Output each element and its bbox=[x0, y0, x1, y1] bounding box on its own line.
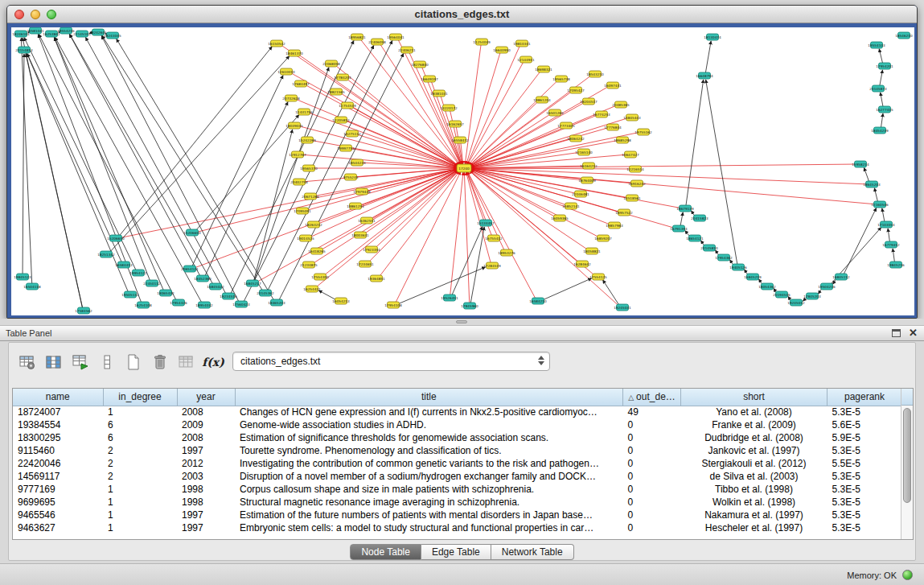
graph-node[interactable]: 19564041 bbox=[387, 34, 405, 40]
table-cell[interactable]: 2 bbox=[103, 444, 177, 457]
graph-node[interactable]: 18381031 bbox=[430, 90, 448, 97]
graph-node[interactable]: 10647427 bbox=[622, 151, 639, 158]
graph-edge[interactable] bbox=[706, 80, 737, 264]
graph-node[interactable]: 18544234 bbox=[348, 159, 366, 166]
graph-node[interactable]: 17954201 bbox=[876, 63, 893, 69]
table-cell[interactable]: 1 bbox=[103, 521, 177, 534]
graph-node[interactable]: 15134457 bbox=[477, 220, 495, 226]
graph-node[interactable]: 19861254 bbox=[347, 203, 364, 209]
graph-node[interactable]: 16845217 bbox=[244, 280, 261, 286]
graph-node[interactable]: 18058821 bbox=[583, 248, 601, 254]
graph-node[interactable]: 22406058 bbox=[368, 39, 386, 45]
graph-edge[interactable] bbox=[467, 171, 535, 298]
graph-edge[interactable] bbox=[470, 103, 584, 167]
graph-node[interactable]: 15242269 bbox=[298, 137, 316, 143]
table-cell[interactable]: 1 bbox=[103, 483, 177, 496]
graph-node[interactable]: 18954032 bbox=[195, 302, 213, 308]
graph-node[interactable]: 19845216 bbox=[887, 262, 905, 268]
table-row[interactable]: 1938455462009Genome-wide association stu… bbox=[13, 418, 902, 431]
table-cell[interactable]: 9463627 bbox=[13, 521, 103, 534]
graph-node[interactable]: 19997753 bbox=[337, 145, 355, 151]
table-cell[interactable]: 0 bbox=[623, 470, 681, 483]
graph-edge[interactable] bbox=[314, 171, 458, 263]
graph-node[interactable]: 16150542 bbox=[268, 40, 285, 47]
graph-node[interactable]: 16054213 bbox=[332, 298, 350, 304]
table-cell[interactable]: 1 bbox=[103, 509, 177, 521]
graph-node[interactable]: 19565370 bbox=[300, 165, 318, 171]
graph-node[interactable]: 16059365 bbox=[551, 215, 569, 221]
table-cell[interactable]: Stergiakouli et al. (2012) bbox=[681, 457, 827, 470]
graph-node[interactable]: 19554103 bbox=[868, 42, 885, 48]
table-cell[interactable]: Structural magnetic resonance image aver… bbox=[235, 496, 623, 509]
graph-node[interactable]: 18454239 bbox=[871, 127, 889, 134]
graph-node[interactable]: 15206650 bbox=[107, 235, 125, 241]
column-header-title[interactable]: title bbox=[235, 389, 623, 406]
delete-icon[interactable] bbox=[148, 351, 172, 373]
graph-node[interactable]: 18039035 bbox=[285, 122, 303, 129]
table-cell[interactable]: 1997 bbox=[177, 444, 235, 457]
table-cell[interactable]: Dudbridge et al. (2008) bbox=[681, 431, 827, 444]
graph-node[interactable]: 19954121 bbox=[129, 270, 147, 276]
graph-node[interactable]: 16845022 bbox=[207, 283, 224, 290]
graph-edge[interactable] bbox=[341, 93, 458, 166]
graph-node[interactable]: 16640950 bbox=[493, 47, 511, 53]
graph-node[interactable]: 17923354 bbox=[363, 246, 380, 253]
graph-node[interactable]: 17554125 bbox=[589, 274, 607, 280]
graph-node[interactable]: 19245012 bbox=[787, 299, 805, 306]
graph-node[interactable]: 16755412 bbox=[485, 235, 503, 241]
table-cell[interactable]: 0 bbox=[623, 431, 681, 444]
graph-edge[interactable] bbox=[335, 65, 458, 165]
table-cell[interactable]: 5.3E-5 bbox=[827, 470, 902, 483]
table-cell[interactable]: 0 bbox=[623, 521, 681, 534]
graph-node[interactable]: 17684497 bbox=[292, 80, 310, 87]
graph-node[interactable]: 22406211 bbox=[398, 47, 416, 53]
table-cell[interactable]: 5.3E-5 bbox=[827, 521, 902, 534]
graph-edge[interactable] bbox=[467, 62, 523, 164]
graph-node[interactable]: 16501265 bbox=[546, 109, 564, 116]
graph-node[interactable]: 16791394 bbox=[670, 225, 688, 232]
table-cell[interactable]: Franke et al. (2009) bbox=[681, 418, 827, 431]
memory-status-indicator[interactable] bbox=[902, 570, 913, 580]
table-selector-combobox[interactable]: citations_edges.txt bbox=[232, 352, 550, 371]
graph-edge[interactable] bbox=[450, 172, 463, 295]
graph-edge[interactable] bbox=[254, 130, 293, 280]
table-cell[interactable]: 2008 bbox=[177, 431, 235, 444]
graph-edge[interactable] bbox=[110, 56, 290, 252]
graph-node[interactable]: 16558472 bbox=[451, 137, 469, 143]
graph-edge[interactable] bbox=[26, 54, 82, 307]
graph-node[interactable]: 19504216 bbox=[818, 283, 836, 290]
graph-node[interactable]: 17954326 bbox=[170, 299, 187, 306]
graph-edge[interactable] bbox=[471, 164, 855, 168]
graph-node[interactable]: 18957522 bbox=[615, 209, 633, 216]
graph-node[interactable]: 13220172 bbox=[440, 105, 458, 111]
table-cell[interactable]: Genome-wide association studies in ADHD. bbox=[235, 418, 623, 431]
graph-node[interactable]: 22046481 bbox=[572, 191, 589, 197]
graph-edge[interactable] bbox=[880, 70, 883, 85]
graph-node[interactable]: 19234516 bbox=[220, 293, 237, 299]
graph-node[interactable]: 20402758 bbox=[290, 179, 308, 185]
graph-node[interactable]: 17284519 bbox=[483, 262, 501, 269]
table-cell[interactable]: 0 bbox=[623, 483, 681, 496]
table-cell[interactable]: 14569117 bbox=[13, 470, 103, 483]
table-cell[interactable]: 0 bbox=[623, 444, 681, 457]
graph-node[interactable]: 18953276 bbox=[498, 249, 515, 256]
graph-edge[interactable] bbox=[686, 80, 704, 205]
table-cell[interactable]: 0 bbox=[623, 418, 681, 431]
table-cell[interactable]: 1998 bbox=[177, 496, 235, 509]
graph-node[interactable]: 16254421 bbox=[303, 286, 321, 292]
import-table-icon[interactable] bbox=[175, 351, 199, 373]
graph-edge[interactable] bbox=[467, 47, 519, 165]
graph-edge[interactable] bbox=[465, 45, 481, 164]
graph-edge[interactable] bbox=[471, 133, 638, 167]
table-cell[interactable]: Disruption of a novel member of a sodium… bbox=[235, 470, 623, 483]
table-cell[interactable]: 2003 bbox=[177, 470, 235, 483]
window-titlebar[interactable]: citations_edges.txt bbox=[7, 6, 917, 23]
graph-node[interactable]: 17095091 bbox=[294, 208, 311, 214]
graph-node[interactable]: 18003631 bbox=[351, 232, 369, 238]
table-cell[interactable]: 18300295 bbox=[13, 431, 103, 444]
table-cell[interactable]: Jankovic et al. (1997) bbox=[681, 444, 827, 457]
graph-node[interactable]: 14275112 bbox=[343, 130, 361, 137]
table-cell[interactable]: Wolkin et al. (1998) bbox=[681, 496, 827, 509]
table-cell[interactable]: Estimation of the future numbers of pati… bbox=[235, 509, 623, 521]
table-cell[interactable]: Tourette syndrome. Phenomenology and cla… bbox=[235, 444, 623, 457]
